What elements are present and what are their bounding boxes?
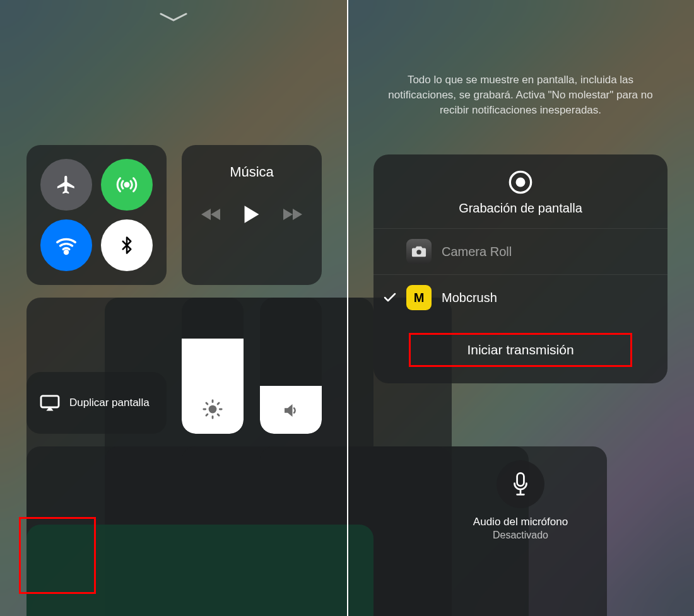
airplane-mode-toggle[interactable] — [40, 159, 92, 211]
option-label: Mobcrush — [442, 291, 497, 305]
cellular-toggle[interactable] — [101, 159, 153, 211]
recording-info-text: Todo lo que se muestre en pantalla, incl… — [379, 73, 662, 117]
svg-point-4 — [209, 405, 217, 414]
chevron-down-icon[interactable] — [160, 13, 187, 23]
microphone-label: Audio del micrófono Desactivado — [347, 516, 694, 541]
panel-title: Grabación de pantalla — [373, 201, 668, 216]
screen-recording-panel: Grabación de pantalla Camera Roll M Mobc… — [373, 154, 668, 383]
svg-point-1 — [64, 251, 68, 254]
play-icon[interactable] — [243, 204, 261, 224]
check-icon — [384, 293, 396, 303]
mic-status: Desactivado — [347, 530, 694, 541]
screen-mirroring-button[interactable]: Duplicar pantalla — [26, 372, 167, 434]
forward-icon[interactable] — [282, 207, 302, 221]
music-title: Música — [182, 145, 322, 180]
brightness-slider[interactable] — [182, 298, 244, 434]
screen-mirroring-label: Duplicar pantalla — [69, 397, 150, 409]
bluetooth-toggle[interactable] — [101, 219, 153, 271]
camera-app-icon — [406, 239, 432, 264]
music-widget[interactable]: Música — [182, 145, 322, 285]
wifi-toggle[interactable] — [40, 219, 92, 271]
microphone-toggle[interactable] — [497, 460, 544, 508]
option-label: Camera Roll — [442, 245, 512, 259]
svg-rect-3 — [41, 396, 59, 407]
airplay-icon — [39, 394, 61, 412]
svg-point-24 — [516, 178, 526, 187]
mobcrush-app-icon: M — [406, 285, 432, 310]
connectivity-group — [26, 145, 167, 285]
control-center-screen: Música D — [0, 0, 347, 616]
sun-icon — [202, 398, 223, 420]
option-mobcrush[interactable]: M Mobcrush — [373, 274, 668, 320]
broadcast-picker-screen: Todo lo que se muestre en pantalla, incl… — [347, 0, 694, 616]
speaker-icon — [281, 401, 300, 420]
rewind-icon[interactable] — [201, 207, 221, 221]
option-camera-roll[interactable]: Camera Roll — [373, 228, 668, 274]
svg-rect-26 — [517, 473, 524, 485]
volume-slider[interactable] — [260, 298, 322, 434]
record-icon — [373, 170, 668, 195]
svg-point-0 — [125, 183, 129, 187]
start-broadcast-button[interactable]: Iniciar transmisión — [409, 333, 632, 367]
screen-record-button[interactable] — [26, 525, 373, 616]
mic-title: Audio del micrófono — [347, 516, 694, 528]
svg-point-25 — [416, 250, 421, 254]
